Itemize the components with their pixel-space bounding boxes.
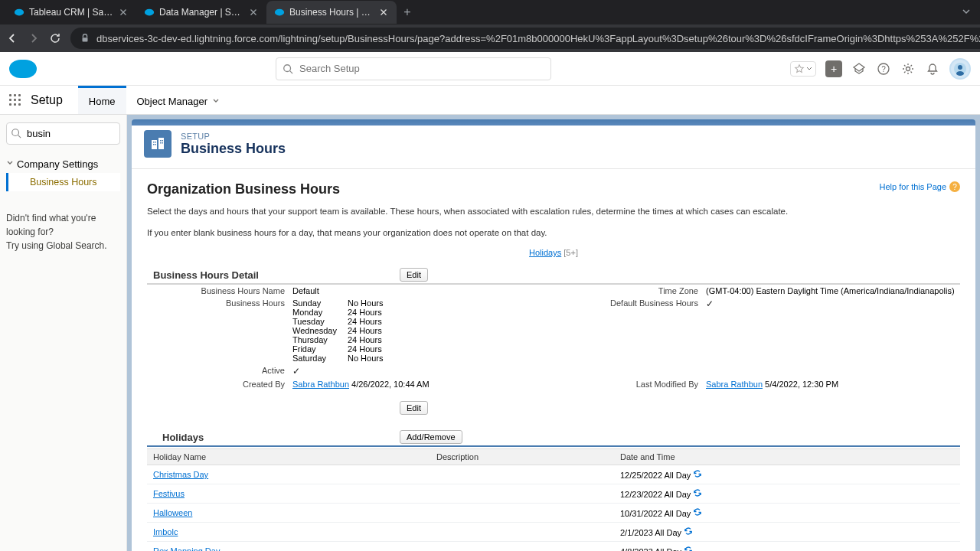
recurring-icon (693, 507, 702, 517)
svg-point-16 (12, 129, 19, 136)
svg-point-15 (956, 71, 964, 76)
recurring-icon (693, 469, 702, 478)
anchor-count: [5+] (564, 248, 578, 257)
svg-rect-24 (160, 140, 162, 142)
context-nav: Setup Home Object Manager (0, 86, 980, 115)
svg-rect-3 (83, 37, 88, 41)
business-hours-schedule: SundayNo HoursMonday24 HoursTuesday24 Ho… (292, 297, 545, 364)
edit-button[interactable]: Edit (400, 268, 428, 282)
tab-label: Home (89, 96, 116, 107)
svg-rect-26 (160, 142, 162, 144)
tab-object-manager[interactable]: Object Manager (126, 86, 231, 114)
business-hours-icon (144, 130, 172, 158)
user-link[interactable]: Sabra Rathbun (706, 380, 763, 389)
holidays-table: Holiday Name Description Date and Time C… (147, 448, 960, 551)
salesforce-favicon-icon (274, 7, 285, 18)
holiday-link[interactable]: Christmas Day (153, 470, 208, 479)
field-label: Active (147, 364, 292, 378)
svg-rect-21 (155, 142, 157, 143)
holiday-link[interactable]: Halloween (153, 508, 192, 517)
tab-title: Tableau CRM | Salesforce (29, 7, 113, 18)
svg-point-0 (15, 9, 24, 16)
tab-home[interactable]: Home (78, 86, 126, 114)
address-bar[interactable]: dbservices-3c-dev-ed.lightning.force.com… (70, 28, 980, 49)
detail-grid: Business Hours Name Default Time Zone (G… (147, 285, 960, 390)
new-tab-button[interactable]: + (397, 5, 418, 19)
sidebar-item-business-hours[interactable]: Business Hours (6, 173, 120, 191)
table-row: Christmas Day12/25/2022 All Day (147, 465, 960, 484)
page-title: Organization Business Hours (147, 181, 340, 197)
svg-text:?: ? (881, 65, 886, 73)
field-label: Business Hours Name (147, 285, 292, 297)
favorites-button[interactable] (790, 61, 816, 77)
section-title: Business Hours Detail (147, 269, 400, 281)
chevron-down-icon (212, 97, 220, 105)
help-link-text: Help for this Page (880, 182, 946, 191)
svg-rect-27 (162, 142, 164, 144)
close-icon[interactable] (248, 7, 259, 18)
user-avatar[interactable] (949, 58, 971, 80)
svg-rect-25 (162, 140, 164, 142)
sidebar-help-text: Didn't find what you're looking for? Try… (6, 211, 120, 253)
browser-tab-active[interactable]: Business Hours | Salesforce (266, 1, 397, 24)
timestamp: 5/4/2022, 12:30 PM (765, 380, 838, 389)
svg-point-12 (906, 67, 910, 70)
salesforce-logo[interactable] (9, 60, 37, 78)
anchor-holidays[interactable]: Holidays (529, 248, 561, 257)
help-icon[interactable]: ? (876, 61, 891, 77)
reload-button[interactable] (49, 31, 61, 46)
field-label: Time Zone (545, 285, 706, 297)
app-launcher-button[interactable] (0, 94, 31, 106)
salesforce-favicon-icon (14, 7, 24, 18)
browser-tab[interactable]: Data Manager | Salesforce (136, 1, 266, 24)
browser-tab[interactable]: Tableau CRM | Salesforce (6, 1, 136, 24)
banner-title: Business Hours (181, 141, 286, 157)
add-remove-button[interactable]: Add/Remove (400, 430, 462, 444)
edit-button[interactable]: Edit (400, 401, 428, 415)
sidebar-item-company-settings[interactable]: Company Settings (6, 155, 120, 173)
recurring-icon (693, 488, 702, 497)
chevron-down-icon[interactable] (952, 5, 980, 19)
search-input[interactable] (276, 57, 551, 80)
page-banner: SETUP Business Hours (132, 119, 975, 169)
table-row: Festivus12/23/2022 All Day (147, 484, 960, 504)
tab-title: Business Hours | Salesforce (289, 7, 374, 18)
table-row: Halloween10/31/2022 All Day (147, 504, 960, 523)
field-value: (GMT-04:00) Eastern Daylight Time (Ameri… (706, 285, 960, 297)
holiday-link[interactable]: Imbolc (153, 527, 178, 536)
field-value: Sabra Rathbun 5/4/2022, 12:30 PM (706, 378, 960, 390)
help-for-page-link[interactable]: Help for this Page ? (880, 181, 960, 192)
checkmark-icon (706, 297, 960, 364)
browser-toolbar: dbservices-3c-dev-ed.lightning.force.com… (0, 24, 980, 52)
table-row: Imbolc2/1/2023 All Day (147, 523, 960, 542)
field-label: Last Modified By (545, 378, 706, 390)
column-header[interactable]: Date and Time (614, 449, 960, 465)
field-label: Created By (147, 378, 292, 390)
holiday-link[interactable]: Festivus (153, 489, 185, 498)
svg-point-14 (958, 65, 962, 70)
holiday-link[interactable]: Rex Manning Day (153, 546, 220, 551)
setup-search-input[interactable] (6, 122, 120, 145)
column-header[interactable]: Description (430, 449, 614, 465)
sidebar-label: Business Hours (30, 177, 97, 187)
field-label: Business Hours (147, 297, 292, 364)
field-value: Sabra Rathbun 4/26/2022, 10:44 AM (292, 378, 545, 390)
recurring-icon (684, 527, 693, 536)
browser-tab-strip: Tableau CRM | Salesforce Data Manager | … (0, 0, 980, 24)
checkmark-icon (292, 364, 545, 378)
close-icon[interactable] (118, 7, 129, 18)
page-description: If you enter blank business hours for a … (147, 227, 960, 239)
svg-rect-20 (153, 142, 155, 143)
user-link[interactable]: Sabra Rathbun (292, 380, 349, 389)
close-icon[interactable] (378, 7, 389, 18)
search-icon (11, 128, 21, 139)
column-header[interactable]: Holiday Name (147, 449, 430, 465)
back-button[interactable] (6, 31, 18, 46)
forward-button[interactable] (28, 31, 40, 46)
field-label: Default Business Hours (545, 297, 706, 364)
guidance-center-icon[interactable] (851, 61, 867, 77)
notifications-icon[interactable] (925, 61, 940, 77)
chevron-down-icon (806, 66, 812, 72)
gear-icon[interactable] (900, 61, 916, 77)
global-actions-button[interactable]: + (825, 60, 842, 77)
